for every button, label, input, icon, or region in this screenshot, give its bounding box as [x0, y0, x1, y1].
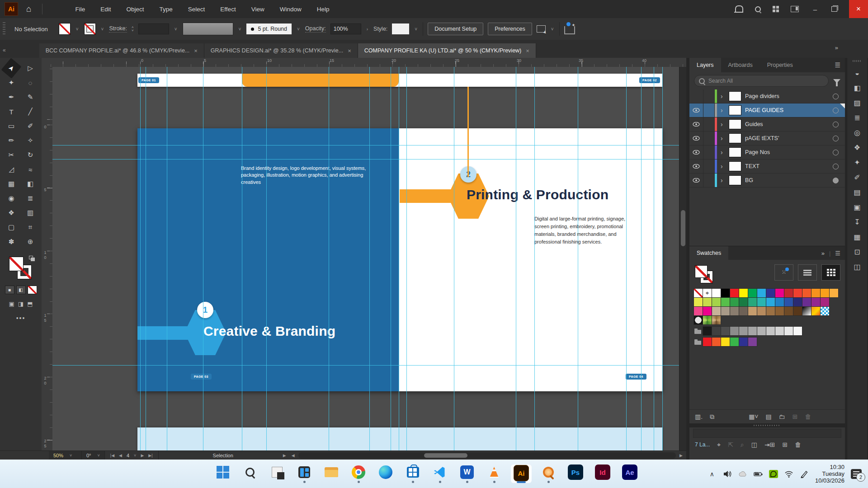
type-tool[interactable]: T	[4, 105, 19, 118]
menu-item[interactable]: Select	[188, 6, 205, 13]
layer-row[interactable]: › PAGE GUIDES	[689, 103, 845, 117]
wifi-icon[interactable]	[784, 469, 793, 479]
make-mask-icon[interactable]: ◫	[751, 441, 757, 448]
artboard-bottom-strip[interactable]	[137, 427, 662, 450]
menu-item[interactable]: View	[251, 6, 264, 13]
variable-width-profile[interactable]	[183, 23, 233, 35]
make-clipping-mask-icon[interactable]: ⌖	[717, 441, 721, 449]
opacity-label[interactable]: Opacity:	[305, 25, 326, 33]
direct-selection-tool[interactable]: ▷	[23, 61, 38, 75]
swatch[interactable]	[730, 298, 739, 306]
swatch[interactable]	[766, 307, 775, 315]
swatch[interactable]	[811, 298, 820, 306]
swatch[interactable]	[793, 307, 802, 315]
indesign-icon[interactable]: Id	[595, 465, 610, 480]
search-icon[interactable]	[755, 6, 761, 12]
document-tab[interactable]: GRAPHICS DESIGN.ai* @ 35.28 % (CMYK/Prev…	[204, 43, 358, 58]
swatch[interactable]	[694, 327, 703, 335]
visibility-toggle[interactable]	[689, 89, 703, 103]
layer-name[interactable]: pAGE tEXTS'	[745, 135, 833, 141]
left-page-body-text[interactable]: Brand identity design, logo development,…	[241, 165, 375, 186]
swatch[interactable]	[712, 307, 721, 315]
scrollbar-thumb[interactable]	[424, 453, 467, 458]
chevron-down-icon[interactable]: ˅	[415, 27, 417, 32]
visibility-toggle[interactable]	[689, 145, 703, 159]
menu-item[interactable]: Help	[317, 6, 330, 13]
vertical-ruler[interactable]: 0510152025	[42, 67, 53, 450]
widgets-icon[interactable]	[269, 465, 285, 480]
symbol-sprayer-tool[interactable]: ❖	[4, 206, 19, 220]
document-tab[interactable]: COMPANY PROFILE KA (U) LTD.ai* @ 50 % (C…	[358, 43, 536, 58]
swatch[interactable]	[811, 307, 820, 315]
screen-mode-icon[interactable]: ⬒	[27, 300, 33, 307]
layer-target-circle[interactable]	[833, 122, 839, 127]
draw-normal-icon[interactable]: ▣	[9, 300, 14, 307]
artboard-tool[interactable]: ▢	[4, 221, 19, 234]
panel-tab[interactable]: Layers	[689, 58, 721, 72]
current-fill-stroke-indicator[interactable]	[694, 264, 714, 284]
swatch[interactable]	[730, 289, 739, 297]
tab-title[interactable]: GRAPHICS DESIGN.ai* @ 35.28 % (CMYK/Prev…	[211, 47, 343, 54]
chevron-down-icon[interactable]: ˅	[134, 453, 136, 458]
after-effects-icon[interactable]: Ae	[622, 465, 637, 480]
zoom-level-field[interactable]: 50%˅	[49, 451, 82, 460]
show-swatch-kinds-icon[interactable]: ▦˅	[749, 413, 758, 420]
lock-toggle[interactable]	[703, 160, 715, 173]
layer-target-circle[interactable]	[833, 136, 839, 141]
preferences-button[interactable]: Preferences	[488, 23, 532, 35]
transparency-panel-icon[interactable]: ▨	[847, 95, 867, 110]
expand-chevron-icon[interactable]: ›	[721, 149, 728, 156]
swatch[interactable]	[694, 316, 703, 324]
illustrator-taskbar-active[interactable]: Ai	[511, 465, 532, 483]
previous-artboard-button[interactable]: ◀	[119, 453, 122, 458]
tab-title[interactable]: COMPANY PROFILE KA (U) LTD.ai* @ 50 % (C…	[364, 47, 522, 54]
scroll-left-arrow[interactable]: ◀	[292, 453, 295, 458]
rectangle-tool[interactable]: ▭	[4, 119, 19, 133]
expand-chevron-icon[interactable]: ›	[721, 121, 728, 128]
swatch[interactable]	[703, 338, 712, 346]
layer-name[interactable]: TEXT	[745, 163, 833, 169]
expand-chevron-icon[interactable]: ›	[721, 177, 728, 184]
stroke-panel-icon[interactable]: ≣	[847, 110, 867, 125]
edit-toolbar-ellipsis[interactable]: •••	[16, 314, 26, 322]
swatch[interactable]	[694, 307, 703, 315]
layer-thumbnail[interactable]	[729, 161, 741, 171]
microsoft-store-icon[interactable]	[405, 465, 420, 480]
expand-chevron-icon[interactable]: ›	[721, 163, 728, 170]
swatch[interactable]	[748, 289, 757, 297]
swatch[interactable]	[821, 289, 829, 297]
document-tab[interactable]: BCC COMPANY PROFILE.ai* @ 46.8 % (CMYK/P…	[39, 43, 204, 58]
notification-center-icon[interactable]: 2	[851, 469, 862, 479]
lock-toggle[interactable]	[703, 103, 715, 117]
menu-item[interactable]: Object	[127, 6, 144, 13]
zoom-tool[interactable]: ⊕	[23, 235, 38, 249]
chevron-down-icon[interactable]: ˅	[76, 27, 79, 32]
taskbar-search-icon[interactable]	[242, 465, 258, 480]
artboards-panel-icon[interactable]: ▣	[847, 200, 867, 215]
artboard-number-field[interactable]: 4	[127, 453, 129, 458]
stroke-weight-stepper[interactable]: ˄˅	[132, 26, 134, 32]
search-input[interactable]: Search All	[694, 75, 829, 87]
swatch[interactable]	[748, 298, 757, 306]
artboard-spread[interactable]: Brand identity design, logo development,…	[137, 128, 662, 391]
column-graph-tool[interactable]: ▥	[23, 206, 38, 220]
horizontal-ruler[interactable]: 0510152025303540	[42, 58, 686, 67]
document-setup-button[interactable]: Document Setup	[428, 23, 483, 35]
swatch[interactable]	[775, 298, 784, 306]
swatch[interactable]	[694, 289, 703, 297]
chevron-down-icon[interactable]: ˅	[551, 27, 554, 32]
shaper-tool[interactable]: ✧	[23, 134, 38, 147]
chevron-down-icon[interactable]: ˅	[101, 27, 104, 32]
pencil-tool[interactable]: ✏	[4, 134, 19, 147]
layer-thumbnail[interactable]	[729, 119, 741, 129]
visibility-toggle[interactable]	[689, 103, 703, 117]
layer-target-circle[interactable]	[833, 150, 839, 155]
swatch[interactable]	[694, 338, 703, 346]
swatch[interactable]	[802, 307, 811, 315]
gradient-panel-icon[interactable]: ◧	[847, 80, 867, 95]
gradient-tool[interactable]: ◧	[23, 177, 38, 191]
swatch[interactable]	[703, 298, 712, 306]
swatch[interactable]	[766, 289, 775, 297]
lock-toggle[interactable]	[703, 145, 715, 159]
file-explorer-icon[interactable]	[324, 465, 339, 480]
